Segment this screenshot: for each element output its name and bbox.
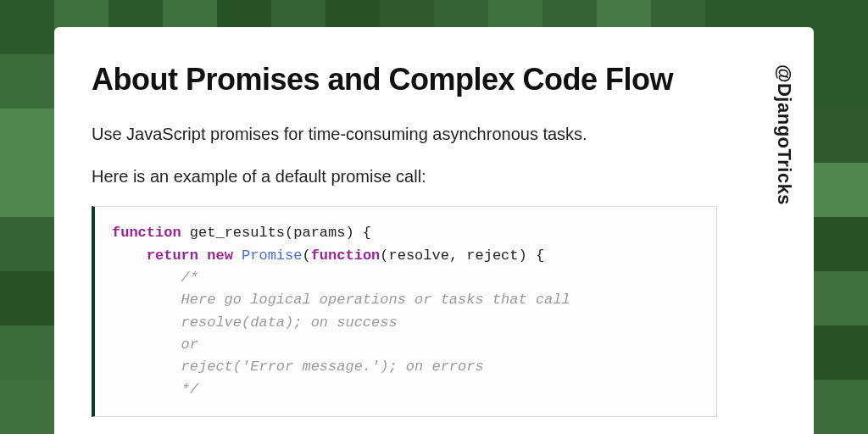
intro-paragraph: Use JavaScript promises for time-consumi… (92, 121, 717, 147)
code-comment: reject('Error message.'); on errors (112, 359, 484, 375)
code-comment: or (112, 337, 198, 353)
sidebar: @DjangoTricks (754, 27, 814, 434)
code-comment: resolve(data); on success (112, 314, 398, 331)
code-text: (resolve, reject) { (380, 248, 544, 264)
code-keyword: return (147, 248, 198, 264)
code-indent (112, 248, 147, 264)
lead-in-paragraph: Here is an example of a default promise … (92, 164, 717, 189)
code-text: get_results(params) { (181, 225, 371, 241)
code-keyword: function (311, 248, 381, 264)
code-comment: Here go logical operations or tasks that… (112, 292, 570, 308)
code-keyword: new (207, 248, 233, 264)
code-block: function get_results(params) { return ne… (92, 206, 717, 417)
article-title: About Promises and Complex Code Flow (92, 61, 717, 97)
code-comment: /* (112, 270, 198, 286)
code-text (233, 248, 242, 264)
article-card: About Promises and Complex Code Flow Use… (54, 27, 814, 434)
code-class: Promise (242, 248, 302, 264)
code-text: ( (302, 248, 310, 264)
code-text (198, 248, 207, 264)
author-handle: @DjangoTricks (773, 64, 795, 205)
article-content: About Promises and Complex Code Flow Use… (54, 27, 754, 434)
code-keyword: function (112, 225, 181, 241)
code-comment: */ (112, 381, 198, 398)
